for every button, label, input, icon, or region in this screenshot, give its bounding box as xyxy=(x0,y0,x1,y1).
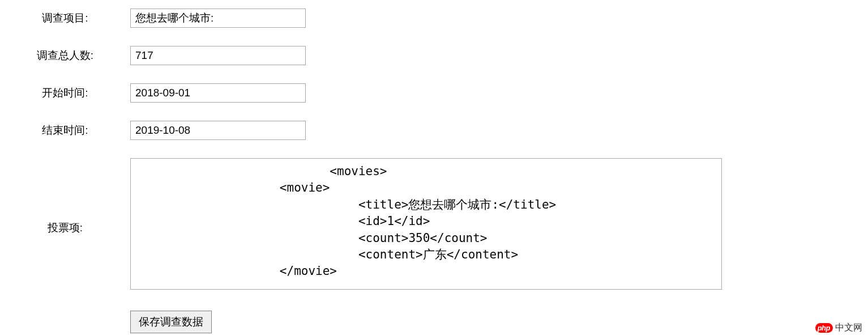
input-project[interactable] xyxy=(130,9,306,28)
watermark-badge-icon: php xyxy=(815,323,833,333)
label-total: 调查总人数: xyxy=(0,46,130,63)
input-start-time[interactable] xyxy=(130,83,306,103)
label-start-time: 开始时间: xyxy=(0,83,130,100)
label-project: 调查项目: xyxy=(0,9,130,26)
input-total[interactable] xyxy=(130,46,306,65)
spacer xyxy=(0,311,130,313)
watermark: php 中文网 xyxy=(815,322,862,334)
input-end-time[interactable] xyxy=(130,121,306,140)
watermark-text: 中文网 xyxy=(835,322,862,334)
label-end-time: 结束时间: xyxy=(0,121,130,138)
save-button[interactable]: 保存调查数据 xyxy=(130,311,212,333)
label-vote-items: 投票项: xyxy=(0,158,130,235)
textarea-vote-items[interactable] xyxy=(130,158,722,290)
